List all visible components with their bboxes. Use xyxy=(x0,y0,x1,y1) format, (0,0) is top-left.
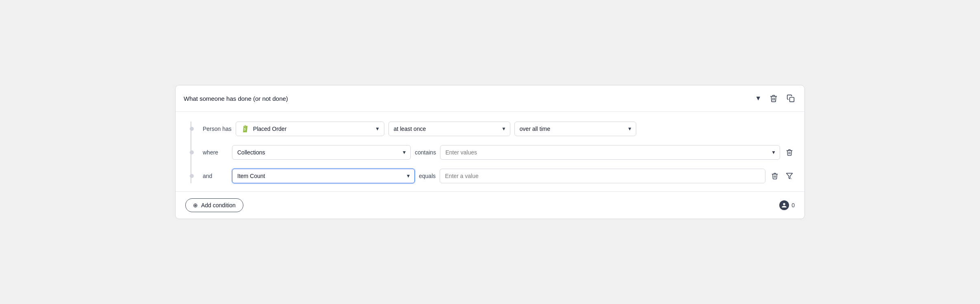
add-condition-button[interactable]: ⊕ Add condition xyxy=(185,198,243,212)
item-count-filter-button[interactable] xyxy=(784,171,795,181)
header-chevron-icon[interactable]: ▼ xyxy=(755,95,761,102)
collections-row: where Collections Product Title Vendor ▼… xyxy=(203,145,795,160)
delete-button[interactable] xyxy=(768,93,779,104)
condition-card: What someone has done (or not done) ▼ xyxy=(175,85,805,219)
condition-section: Person has Placed Order ▼ at least once xyxy=(186,122,795,183)
card-footer: ⊕ Add condition 0 xyxy=(176,191,804,219)
user-count-value: 0 xyxy=(791,202,795,208)
enter-value-input[interactable] xyxy=(440,169,765,183)
card-title: What someone has done (or not done) xyxy=(184,95,751,102)
time-wrapper: over all time in the last before ▼ xyxy=(514,122,636,136)
and-label: and xyxy=(203,173,228,179)
collections-delete-button[interactable] xyxy=(784,147,795,158)
enter-values-input[interactable] xyxy=(440,145,780,160)
header-actions xyxy=(768,93,796,104)
timeline-dot-3 xyxy=(190,174,194,178)
item-count-row: and Item Count Total Price SKU ▼ equals xyxy=(203,169,795,183)
placed-order-chevron-icon: ▼ xyxy=(375,126,380,132)
user-avatar-icon xyxy=(779,200,789,210)
shopify-icon xyxy=(240,124,249,133)
add-condition-icon: ⊕ xyxy=(193,202,198,208)
copy-button[interactable] xyxy=(785,93,796,104)
placed-order-wrapper[interactable]: Placed Order ▼ xyxy=(236,122,384,136)
person-has-row: Person has Placed Order ▼ at least once xyxy=(203,122,795,136)
person-icon xyxy=(781,202,787,208)
time-select[interactable]: over all time in the last before xyxy=(514,122,636,136)
add-condition-label: Add condition xyxy=(201,202,236,208)
frequency-select[interactable]: at least once zero times exactly xyxy=(388,122,510,136)
card-body: Person has Placed Order ▼ at least once xyxy=(176,112,804,191)
equals-label: equals xyxy=(419,173,436,179)
timeline-dot-1 xyxy=(190,127,194,131)
user-count-area: 0 xyxy=(779,200,795,210)
placed-order-select[interactable]: Placed Order xyxy=(252,122,369,136)
where-label: where xyxy=(203,149,228,156)
frequency-wrapper: at least once zero times exactly ▼ xyxy=(388,122,510,136)
enter-values-wrapper: ▼ xyxy=(440,145,780,160)
collections-select[interactable]: Collections Product Title Vendor xyxy=(232,145,411,160)
svg-rect-0 xyxy=(790,98,794,102)
item-count-select[interactable]: Item Count Total Price SKU xyxy=(232,169,415,183)
item-count-wrapper: Item Count Total Price SKU ▼ xyxy=(232,169,415,183)
contains-label: contains xyxy=(415,149,436,156)
item-count-delete-button[interactable] xyxy=(770,171,780,181)
person-has-label: Person has xyxy=(203,126,232,132)
collections-wrapper: Collections Product Title Vendor ▼ xyxy=(232,145,411,160)
timeline-dot-2 xyxy=(190,150,194,154)
card-header: What someone has done (or not done) ▼ xyxy=(176,85,804,112)
header-left: What someone has done (or not done) ▼ xyxy=(184,95,761,102)
svg-marker-1 xyxy=(787,173,793,179)
